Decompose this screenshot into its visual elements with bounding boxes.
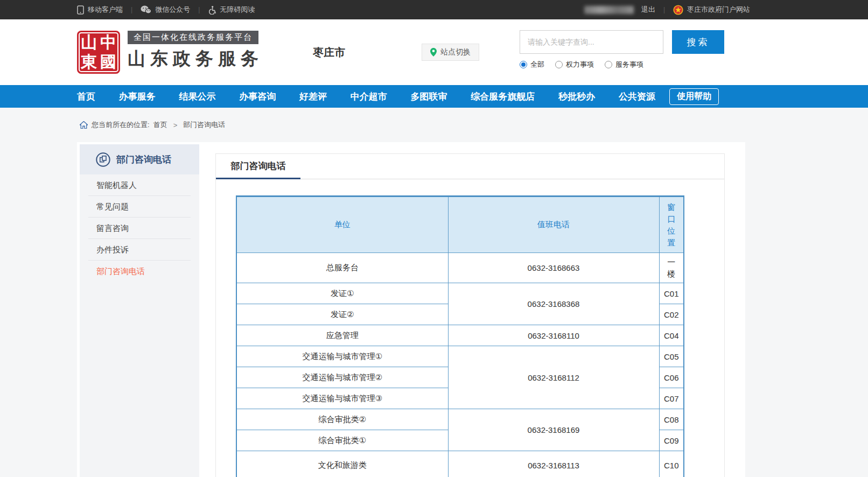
topbar-divider: | — [131, 6, 132, 13]
pages-icon — [96, 152, 110, 167]
seal-character: 東 — [81, 54, 97, 70]
topbar-user-area: 退出 | 枣庄市政府门户网站 — [584, 5, 750, 15]
nav-item-4[interactable]: 办事咨询 — [239, 90, 276, 103]
radio-icon — [605, 61, 612, 68]
nav-item-1[interactable]: 首页 — [77, 90, 95, 103]
radio-checked-icon — [520, 61, 527, 68]
site-switch-button[interactable]: 站点切换 — [422, 44, 479, 61]
city-name: 枣庄市 — [313, 45, 345, 60]
unit-cell: 交通运输与城市管理② — [236, 367, 448, 388]
table-row: 交通运输与城市管理①0632-3168112C05 — [236, 346, 684, 367]
site-switch-label: 站点切换 — [440, 47, 471, 57]
search-scope-label: 服务事项 — [615, 60, 643, 69]
nav-help-button[interactable]: 使用帮助 — [669, 88, 719, 105]
window-cell: C07 — [659, 388, 684, 409]
site-header: 山中東國 全国一体化在线政务服务平台 山东政务服务 枣庄市 站点切换 搜索 全部… — [0, 19, 868, 85]
content-card: 部门咨询电话 智能机器人常见问题留言咨询办件投诉部门咨询电话 部门咨询电话 单位… — [77, 142, 745, 477]
breadcrumb-separator: > — [173, 121, 178, 129]
tab-department-phones[interactable]: 部门咨询电话 — [216, 154, 300, 179]
unit-cell: 总服务台 — [236, 253, 448, 283]
topbar-link-label: 无障碍阅读 — [220, 5, 255, 15]
seal-character: 山 — [81, 34, 97, 51]
topbar-link-label: 微信公众号 — [155, 5, 190, 15]
topbar-link-wechat[interactable]: 微信公众号 — [141, 5, 190, 15]
breadcrumb-prefix: 您当前所在的位置: — [92, 120, 150, 130]
search-scope-label: 权力事项 — [566, 60, 594, 69]
phone-cell: 0632-3168169 — [448, 409, 659, 451]
mobile-icon — [77, 5, 84, 15]
home-icon — [80, 121, 88, 129]
table-row: 应急管理0632-3168110C04 — [236, 325, 684, 346]
sidebar-title: 部门咨询电话 — [116, 153, 171, 166]
search-scope-option[interactable]: 全部 — [520, 60, 544, 69]
window-cell: C09 — [659, 430, 684, 451]
sidebar-item[interactable]: 常见问题 — [88, 196, 191, 218]
search-scope-label: 全部 — [530, 60, 544, 69]
phone-cell: 0632-3168663 — [448, 253, 659, 283]
sidebar-item[interactable]: 部门咨询电话 — [88, 261, 191, 282]
topbar-link-mobile[interactable]: 移动客户端 — [77, 5, 123, 15]
masked-username — [584, 6, 634, 14]
table-row: 发证①0632-3168368C01 — [236, 283, 684, 304]
accessibility-icon — [208, 5, 216, 15]
sidebar-item[interactable]: 智能机器人 — [88, 174, 191, 196]
topbar-divider: | — [198, 6, 200, 13]
unit-cell: 文化和旅游类 — [236, 451, 448, 477]
breadcrumb-current: 部门咨询电话 — [183, 120, 225, 130]
column-header-1: 单位 — [236, 197, 448, 253]
window-cell: C05 — [659, 346, 684, 367]
sidebar-list: 智能机器人常见问题留言咨询办件投诉部门咨询电话 — [80, 174, 199, 282]
phone-table: 单位值班电话窗口位置 总服务台0632-3168663一楼发证①0632-316… — [236, 195, 684, 477]
nav-items: 首页办事服务结果公示办事咨询好差评中介超市多图联审综合服务旗舰店秒批秒办公共资源 — [77, 90, 655, 103]
nav-item-7[interactable]: 多图联审 — [411, 90, 447, 103]
nav-item-5[interactable]: 好差评 — [299, 90, 327, 103]
nav-item-6[interactable]: 中介超市 — [351, 90, 387, 103]
phone-cell: 0632-3168368 — [448, 283, 659, 325]
nav-item-9[interactable]: 秒批秒办 — [558, 90, 595, 103]
breadcrumb: 您当前所在的位置: 首页 > 部门咨询电话 — [80, 108, 868, 142]
nav-item-3[interactable]: 结果公示 — [179, 90, 216, 103]
unit-cell: 发证① — [236, 283, 448, 304]
table-row: 综合审批类②0632-3168169C08 — [236, 409, 684, 430]
window-cell: 一楼 — [659, 253, 684, 283]
phone-cell: 0632-3168110 — [448, 325, 659, 346]
site-title: 山东政务服务 — [128, 47, 263, 71]
window-cell: C08 — [659, 409, 684, 430]
unit-cell: 发证② — [236, 304, 448, 325]
seal-character: 國 — [100, 54, 116, 70]
main-panel: 部门咨询电话 单位值班电话窗口位置 总服务台0632-3168663一楼发证①0… — [215, 153, 725, 477]
sidebar-item[interactable]: 留言咨询 — [88, 218, 191, 239]
window-cell: C02 — [659, 304, 684, 325]
nav-item-8[interactable]: 综合服务旗舰店 — [471, 90, 535, 103]
window-cell: C04 — [659, 325, 684, 346]
portal-link[interactable]: 枣庄市政府门户网站 — [673, 5, 750, 15]
search-button[interactable]: 搜索 — [672, 30, 724, 54]
topbar-links: 移动客户端|微信公众号|无障碍阅读 — [77, 5, 255, 15]
search-scope-option[interactable]: 权力事项 — [555, 60, 594, 69]
window-cell: C01 — [659, 283, 684, 304]
window-cell: C10 — [659, 451, 684, 477]
site-logo[interactable]: 山中東國 全国一体化在线政务服务平台 山东政务服务 — [77, 31, 263, 74]
search-scope-option[interactable]: 服务事项 — [605, 60, 643, 69]
national-emblem-icon — [673, 5, 683, 15]
shandong-seal-logo: 山中東國 — [77, 31, 120, 74]
topbar-link-accessibility[interactable]: 无障碍阅读 — [208, 5, 255, 15]
logout-link[interactable]: 退出 — [641, 5, 655, 15]
unit-cell: 综合审批类① — [236, 430, 448, 451]
seal-character: 中 — [100, 34, 116, 51]
breadcrumb-home-link[interactable]: 首页 — [153, 120, 167, 130]
search-input[interactable] — [520, 30, 663, 54]
phone-cell: 0632-3168113 — [448, 451, 659, 477]
unit-cell: 综合审批类② — [236, 409, 448, 430]
location-pin-icon — [430, 48, 437, 57]
nav-item-10[interactable]: 公共资源 — [619, 90, 655, 103]
sidebar: 部门咨询电话 智能机器人常见问题留言咨询办件投诉部门咨询电话 — [80, 144, 199, 477]
tab-bar: 部门咨询电话 — [216, 154, 724, 179]
portal-link-label: 枣庄市政府门户网站 — [687, 5, 750, 15]
table-row: 文化和旅游类0632-3168113C10 — [236, 451, 684, 477]
window-cell: C06 — [659, 367, 684, 388]
nav-item-2[interactable]: 办事服务 — [119, 90, 156, 103]
column-header-2: 值班电话 — [448, 197, 659, 253]
sidebar-item[interactable]: 办件投诉 — [88, 239, 191, 261]
table-row: 总服务台0632-3168663一楼 — [236, 253, 684, 283]
